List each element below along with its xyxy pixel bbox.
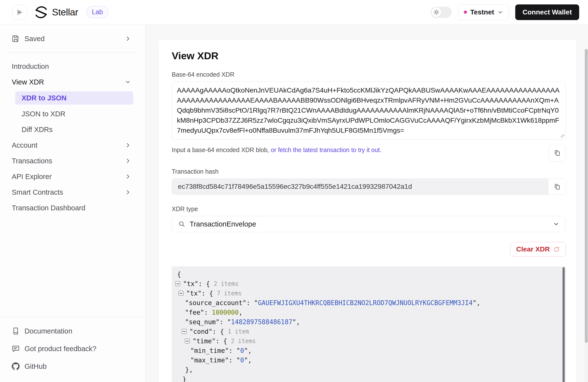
connect-wallet-button[interactable]: Connect Wallet — [515, 4, 579, 20]
header: Stellar Lab Testnet Connect Wallet — [0, 0, 588, 24]
book-icon — [12, 327, 20, 335]
github-icon — [12, 362, 20, 370]
transaction-hash-value[interactable]: ec738f8cd584c71f78496e5a15596ec327b9c4ff… — [172, 179, 548, 194]
sidebar-item-label: Diff XDRs — [21, 126, 53, 134]
chevron-right-icon — [125, 142, 131, 148]
view-xdr-card: View XDR Base-64 encoded XDR AAAAAgAAAAA… — [158, 39, 577, 382]
collapse-toggle-icon[interactable] — [175, 281, 180, 286]
sidebar-item-xdr-to-json[interactable]: XDR to JSON — [15, 91, 133, 104]
json-line: "time": { 2 items — [174, 336, 559, 346]
sidebar-footer-label: GitHub — [24, 362, 46, 370]
json-line: "cond": { 1 item — [174, 327, 559, 336]
base64-xdr-label: Base-64 encoded XDR — [172, 71, 566, 78]
sidebar-item-label: API Explorer — [12, 173, 52, 181]
json-line: "source_account": "GAUEFWJIGXU4THKRCQBEB… — [174, 298, 559, 308]
transaction-hash-label: Transaction hash — [172, 168, 566, 175]
save-icon — [12, 35, 20, 43]
collapse-sidebar-icon — [16, 9, 23, 16]
sidebar-item-label: XDR to JSON — [21, 94, 67, 102]
copy-icon — [553, 149, 561, 157]
page-scrollbar-thumb[interactable] — [585, 49, 588, 343]
sidebar-item-label: Transaction Dashboard — [12, 204, 85, 212]
copy-icon — [553, 183, 561, 190]
collapse-toggle-icon[interactable] — [185, 338, 190, 343]
sidebar-item-label: Saved — [24, 35, 44, 43]
search-icon — [178, 221, 185, 227]
chevron-right-icon — [125, 174, 131, 180]
xdr-hint: Input a base-64 encoded XDR blob, or fet… — [172, 144, 381, 154]
sidebar-top: Saved IntroductionView XDRXDR to JSONJSO… — [0, 24, 146, 216]
transaction-hash-field: ec738f8cd584c71f78496e5a15596ec327b9c4ff… — [172, 179, 566, 195]
lab-badge: Lab — [86, 6, 108, 18]
json-line: } — [174, 374, 559, 382]
json-line: "max_time": "0", — [174, 355, 559, 365]
sidebar-item-json-to-xdr[interactable]: JSON to XDR — [0, 106, 146, 122]
network-selector[interactable]: Testnet — [458, 4, 509, 20]
json-lines: {"tx": { 2 items"tx": { 7 items"source_a… — [174, 269, 559, 382]
sidebar-item-smart-contracts[interactable]: Smart Contracts — [0, 184, 146, 200]
sidebar-footer-label: Documentation — [24, 327, 72, 335]
clear-xdr-row: Clear XDR — [172, 242, 566, 257]
json-line: }, — [174, 365, 559, 374]
json-line: { — [174, 269, 559, 279]
sidebar-item-label: View XDR — [12, 78, 44, 86]
chevron-down-icon — [497, 9, 503, 15]
chevron-down-icon — [125, 79, 131, 85]
sidebar-item-github[interactable]: GitHub — [0, 358, 146, 375]
page-scrollbar[interactable] — [585, 49, 588, 382]
page-title: View XDR — [172, 50, 566, 62]
json-line: "fee": 1000000, — [174, 308, 559, 317]
sidebar-item-label: Introduction — [12, 62, 49, 71]
page-body: Saved IntroductionView XDRXDR to JSONJSO… — [0, 24, 588, 382]
sidebar-item-label: Smart Contracts — [12, 188, 63, 196]
collapse-toggle-icon[interactable] — [182, 329, 187, 334]
brand-name: Stellar — [52, 7, 78, 18]
sidebar: Saved IntroductionView XDRXDR to JSONJSO… — [0, 24, 146, 382]
sidebar-item-label: Account — [12, 141, 38, 149]
sidebar-item-feedback[interactable]: Got product feedback? — [0, 340, 146, 358]
base64-xdr-textarea[interactable]: AAAAAgAAAAAoQtkoNenJnVEUAkCdAg6a7S4uH+Fk… — [172, 81, 566, 140]
sidebar-footer-label: Got product feedback? — [24, 345, 96, 353]
sidebar-item-api-explorer[interactable]: API Explorer — [0, 169, 146, 184]
collapse-sidebar-button[interactable] — [12, 5, 27, 20]
network-label: Testnet — [470, 8, 494, 16]
refresh-icon — [553, 246, 560, 253]
xdr-type-select[interactable]: TransactionEnvelope — [172, 216, 566, 232]
sidebar-item-diff-xdrs[interactable]: Diff XDRs — [0, 122, 146, 137]
header-right: Testnet Connect Wallet — [431, 4, 579, 20]
copy-hash-button[interactable] — [548, 179, 566, 194]
json-viewer: {"tx": { 2 items"tx": { 7 items"source_a… — [172, 266, 566, 382]
xdr-hint-row: Input a base-64 encoded XDR blob, or fet… — [172, 144, 566, 161]
sidebar-footer: Documentation Got product feedback? GitH… — [0, 317, 146, 382]
json-line: "tx": { 2 items — [174, 279, 559, 288]
json-line: "seq_num": "1482897588486187", — [174, 317, 559, 327]
sun-icon — [433, 9, 439, 15]
collapse-toggle-icon[interactable] — [178, 291, 184, 296]
json-viewer-scrollbar[interactable] — [563, 267, 565, 382]
xdr-type-label: XDR type — [172, 205, 566, 213]
sidebar-item-documentation[interactable]: Documentation — [0, 322, 146, 340]
stellar-logo[interactable]: Stellar — [34, 5, 78, 19]
json-line: "min_time": "0", — [174, 346, 559, 355]
sidebar-item-saved[interactable]: Saved — [0, 31, 146, 46]
chevron-right-icon — [125, 158, 131, 164]
fetch-latest-transaction-link[interactable]: or fetch the latest transaction to try i… — [271, 146, 381, 153]
resize-grip[interactable] — [561, 134, 565, 138]
sidebar-divider — [7, 52, 138, 53]
clear-xdr-button[interactable]: Clear XDR — [510, 242, 566, 257]
feedback-icon — [12, 345, 20, 353]
theme-toggle-knob — [431, 7, 441, 17]
theme-toggle[interactable] — [431, 7, 452, 18]
json-line: "tx": { 7 items — [174, 288, 559, 298]
chevron-down-icon — [553, 221, 559, 227]
sidebar-item-label: Transactions — [12, 157, 52, 165]
xdr-type-value: TransactionEnvelope — [190, 220, 548, 228]
header-left: Stellar Lab — [12, 5, 108, 20]
sidebar-item-view-xdr[interactable]: View XDR — [0, 74, 146, 90]
sidebar-item-transaction-dashboard[interactable]: Transaction Dashboard — [0, 200, 146, 216]
sidebar-item-label: JSON to XDR — [21, 110, 65, 118]
sidebar-item-transactions[interactable]: Transactions — [0, 153, 146, 169]
copy-xdr-button[interactable] — [548, 144, 566, 161]
sidebar-item-introduction[interactable]: Introduction — [0, 59, 146, 74]
sidebar-item-account[interactable]: Account — [0, 137, 146, 153]
